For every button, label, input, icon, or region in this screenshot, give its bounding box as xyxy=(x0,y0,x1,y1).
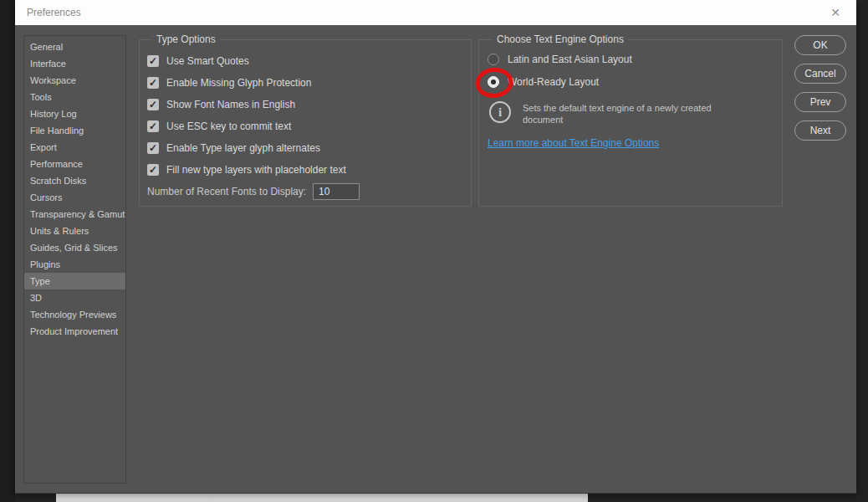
checkbox-checked-icon[interactable]: ✓ xyxy=(147,99,159,110)
checkbox-row-smart-quotes[interactable]: ✓ Use Smart Quotes xyxy=(147,50,471,72)
checkbox-checked-icon[interactable]: ✓ xyxy=(147,77,159,89)
window-title: Preferences xyxy=(27,7,81,18)
recent-fonts-input[interactable] xyxy=(313,183,360,200)
dialog-buttons: OK Cancel Prev Next xyxy=(794,35,846,141)
checkbox-row-esc-commit[interactable]: ✓ Use ESC key to commit text xyxy=(147,115,471,137)
radio-label: Latin and East Asian Layout xyxy=(508,54,632,65)
recent-fonts-label: Number of Recent Fonts to Display: xyxy=(147,186,306,197)
close-icon[interactable]: ✕ xyxy=(825,0,846,25)
type-options-group: Type Options ✓ Use Smart Quotes ✓ Enable… xyxy=(139,33,472,207)
checkbox-checked-icon[interactable]: ✓ xyxy=(147,142,159,154)
sidebar-item-3d[interactable]: 3D xyxy=(24,289,125,306)
sidebar-item-cursors[interactable]: Cursors xyxy=(24,189,125,206)
radio-label: World-Ready Layout xyxy=(508,76,599,88)
desktop-background-left xyxy=(0,0,15,502)
learn-more-link[interactable]: Learn more about Text Engine Options xyxy=(488,137,659,149)
checkbox-label: Enable Missing Glyph Protection xyxy=(166,77,311,89)
recent-fonts-row: Number of Recent Fonts to Display: xyxy=(147,181,471,202)
sidebar-item-interface[interactable]: Interface xyxy=(24,55,125,72)
checkbox-label: Use Smart Quotes xyxy=(166,55,249,67)
info-icon: i xyxy=(489,101,511,123)
radio-unselected-icon[interactable] xyxy=(488,54,499,65)
checkbox-checked-icon[interactable]: ✓ xyxy=(147,55,159,67)
dialog-body: General Interface Workspace Tools Histor… xyxy=(15,25,856,494)
checkbox-label: Enable Type layer glyph alternates xyxy=(166,142,320,154)
titlebar: Preferences ✕ xyxy=(15,0,856,25)
sidebar-item-guides-grid-slices[interactable]: Guides, Grid & Slices xyxy=(24,239,125,256)
sidebar-item-tools[interactable]: Tools xyxy=(24,89,125,105)
info-text: Sets the default text engine of a newly … xyxy=(523,101,719,126)
sidebar-item-scratch-disks[interactable]: Scratch Disks xyxy=(24,172,125,189)
checkbox-label: Use ESC key to commit text xyxy=(166,120,291,132)
sidebar-item-units-rulers[interactable]: Units & Rulers xyxy=(24,223,125,239)
checkbox-checked-icon[interactable]: ✓ xyxy=(147,164,159,176)
radio-row-latin-east-asian[interactable]: Latin and East Asian Layout xyxy=(488,48,782,70)
sidebar-item-workspace[interactable]: Workspace xyxy=(24,72,125,89)
prev-button[interactable]: Prev xyxy=(794,92,846,112)
sidebar-item-technology-previews[interactable]: Technology Previews xyxy=(24,306,125,323)
text-engine-legend: Choose Text Engine Options xyxy=(493,33,628,45)
background-window-edge xyxy=(56,494,588,502)
next-button[interactable]: Next xyxy=(794,120,846,141)
sidebar-item-product-improvement[interactable]: Product Improvement xyxy=(24,323,125,340)
sidebar-item-history-log[interactable]: History Log xyxy=(24,105,125,122)
preferences-category-list: General Interface Workspace Tools Histor… xyxy=(23,35,126,484)
checkbox-checked-icon[interactable]: ✓ xyxy=(147,120,159,132)
sidebar-item-export[interactable]: Export xyxy=(24,139,125,156)
checkbox-label: Fill new type layers with placeholder te… xyxy=(166,164,346,176)
preferences-dialog: Preferences ✕ General Interface Workspac… xyxy=(15,0,856,494)
cancel-button[interactable]: Cancel xyxy=(794,64,846,84)
checkbox-row-missing-glyph[interactable]: ✓ Enable Missing Glyph Protection xyxy=(147,72,471,94)
sidebar-item-plugins[interactable]: Plugins xyxy=(24,256,125,273)
checkbox-row-glyph-alternates[interactable]: ✓ Enable Type layer glyph alternates xyxy=(147,137,471,159)
checkbox-row-font-names-english[interactable]: ✓ Show Font Names in English xyxy=(147,94,471,115)
radio-row-world-ready[interactable]: World-Ready Layout xyxy=(488,70,782,93)
ok-button[interactable]: OK xyxy=(794,35,846,55)
sidebar-item-transparency-gamut[interactable]: Transparency & Gamut xyxy=(24,206,125,223)
radio-selected-icon[interactable] xyxy=(488,76,499,88)
checkbox-row-placeholder-text[interactable]: ✓ Fill new type layers with placeholder … xyxy=(147,159,471,181)
sidebar-item-general[interactable]: General xyxy=(24,38,125,55)
sidebar-item-type[interactable]: Type xyxy=(24,273,125,289)
info-row: i Sets the default text engine of a newl… xyxy=(489,101,782,126)
sidebar-item-performance[interactable]: Performance xyxy=(24,156,125,172)
text-engine-group: Choose Text Engine Options Latin and Eas… xyxy=(478,33,783,207)
sidebar-item-file-handling[interactable]: File Handling xyxy=(24,122,125,139)
type-options-legend: Type Options xyxy=(152,33,220,45)
checkbox-label: Show Font Names in English xyxy=(166,99,295,110)
